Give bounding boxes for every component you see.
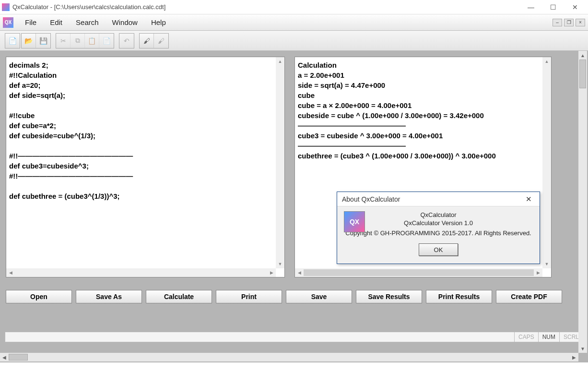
save-icon[interactable]: 💾	[36, 34, 50, 48]
print-results-button[interactable]: Print Results	[426, 290, 492, 303]
statusbar: CAPS NUM SCRL	[5, 332, 583, 342]
dialog-line-version: QxCalculator Version 1.0	[345, 219, 532, 227]
dialog-app-icon: QX	[344, 211, 365, 232]
cut-icon[interactable]: ✂	[56, 34, 71, 48]
brush-icon[interactable]: 🖌	[140, 34, 154, 48]
open-button[interactable]: Open	[6, 290, 72, 303]
status-num: NUM	[538, 332, 559, 342]
source-editor[interactable]: decimals 2; #!!Calculation def a=20; def…	[9, 60, 275, 267]
window-titlebar: QxCalculator - [C:\Users\user\calcs\calc…	[0, 0, 588, 14]
status-caps: CAPS	[514, 332, 538, 342]
undo-icon[interactable]: ↶	[119, 34, 134, 48]
output-scrollbar-v[interactable]: ▲▼	[542, 57, 551, 268]
copy-icon[interactable]: ⧉	[71, 34, 85, 48]
workspace-scrollbar-h[interactable]: ◀▶	[0, 353, 578, 361]
menu-file[interactable]: File	[18, 16, 43, 28]
calculate-button[interactable]: Calculate	[146, 290, 212, 303]
new-file-icon[interactable]: 📄	[5, 34, 20, 48]
dialog-ok-button[interactable]: OK	[419, 243, 458, 256]
action-button-row: Open Save As Calculate Print Save Save R…	[6, 290, 587, 303]
mdi-minimize-button[interactable]: –	[553, 19, 562, 26]
menubar: QX File Edit Search Window Help – ❐ ×	[0, 14, 588, 31]
output-scrollbar-h[interactable]: ◀▶	[295, 268, 542, 277]
save-as-button[interactable]: Save As	[76, 290, 142, 303]
toolbar: 📄 📂 💾 ✂ ⧉ 📋 📄 ↶ 🖌 🖌	[0, 31, 588, 51]
save-results-button[interactable]: Save Results	[356, 290, 422, 303]
window-title: QxCalculator - [C:\Users\user\calcs\calc…	[12, 3, 520, 11]
dialog-line-appname: QxCalculator	[345, 211, 532, 218]
mdi-restore-button[interactable]: ❐	[564, 19, 574, 26]
menu-search[interactable]: Search	[69, 16, 106, 28]
source-editor-panel: decimals 2; #!!Calculation def a=20; def…	[6, 57, 285, 277]
about-dialog: About QxCalculator ✕ QX QxCalculator QxC…	[337, 192, 540, 264]
menu-help[interactable]: Help	[144, 16, 173, 28]
clipboard-icon[interactable]: 📄	[99, 34, 114, 48]
paste-icon[interactable]: 📋	[85, 34, 99, 48]
dialog-line-copyright: Copyright © GH-PROGRAMMING 2015-2017. Al…	[345, 229, 532, 237]
brush2-icon[interactable]: 🖌	[154, 34, 168, 48]
dialog-title: About QxCalculator	[342, 195, 523, 203]
close-button[interactable]: ✕	[564, 0, 586, 14]
minimize-button[interactable]: —	[520, 0, 542, 14]
editor-scrollbar-v[interactable]: ▲▼	[276, 57, 284, 268]
app-icon	[2, 3, 10, 11]
maximize-button[interactable]: ☐	[542, 0, 564, 14]
create-pdf-button[interactable]: Create PDF	[496, 290, 562, 303]
workspace-scrollbar-v[interactable]: ▲▼	[578, 51, 587, 353]
dialog-close-button[interactable]: ✕	[523, 194, 535, 205]
mdi-close-button[interactable]: ×	[576, 19, 585, 26]
editor-scrollbar-h[interactable]: ◀▶	[6, 268, 276, 277]
app-menu-icon[interactable]: QX	[3, 17, 13, 28]
open-file-icon[interactable]: 📂	[22, 34, 36, 48]
menu-edit[interactable]: Edit	[43, 16, 69, 28]
print-button[interactable]: Print	[216, 290, 282, 303]
save-button[interactable]: Save	[286, 290, 352, 303]
menu-window[interactable]: Window	[106, 16, 144, 28]
